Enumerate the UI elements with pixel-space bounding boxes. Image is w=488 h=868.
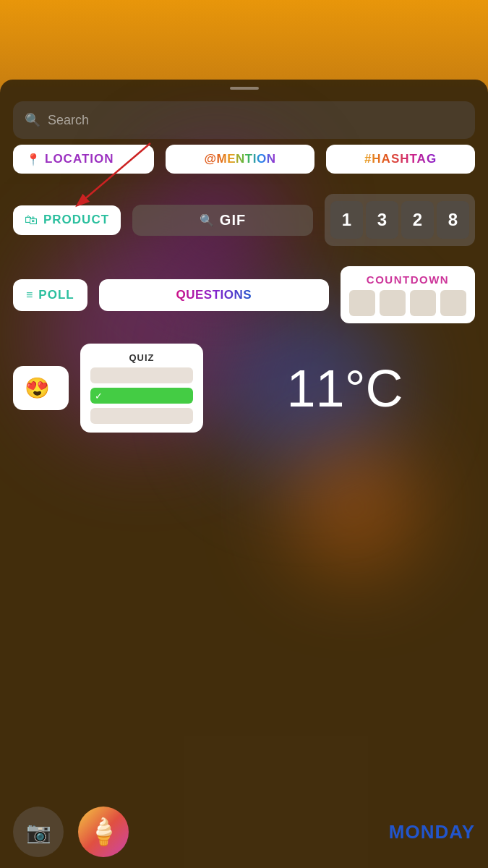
questions-label: QUESTIONS bbox=[176, 288, 252, 302]
quiz-option-correct: ✓ bbox=[90, 388, 193, 404]
quiz-option-3 bbox=[90, 408, 193, 424]
sticker-countdown[interactable]: COUNTDOWN bbox=[341, 266, 475, 323]
sticker-emoji-slider[interactable]: 😍 bbox=[13, 366, 69, 410]
location-pin-icon: 📍 bbox=[26, 153, 40, 166]
search-bar[interactable]: 🔍 Search bbox=[13, 101, 475, 139]
digit-1: 1 bbox=[330, 201, 363, 239]
digit-2: 3 bbox=[366, 201, 398, 239]
camera-icon: 📷 bbox=[26, 820, 51, 844]
quiz-label: QUIZ bbox=[90, 352, 193, 363]
sticker-mention[interactable]: @MENTION bbox=[166, 145, 314, 174]
sticker-hashtag[interactable]: #HASHTAG bbox=[326, 145, 475, 174]
bottom-icon-camera[interactable]: 📷 bbox=[13, 807, 64, 857]
sticker-row-3: ≡ POLL QUESTIONS COUNTDOWN bbox=[13, 266, 475, 323]
sticker-location[interactable]: 📍 LOCATION bbox=[13, 145, 154, 174]
sticker-product[interactable]: 🛍 PRODUCT bbox=[13, 205, 121, 235]
mention-label: @MENTION bbox=[205, 152, 276, 166]
avatar-icon: 🍦 bbox=[87, 817, 120, 847]
quiz-option-1 bbox=[90, 367, 193, 383]
location-label: LOCATION bbox=[45, 152, 114, 166]
sticker-gif[interactable]: 🔍 GIF bbox=[132, 205, 313, 236]
check-icon: ✓ bbox=[95, 391, 103, 401]
search-placeholder: Search bbox=[48, 113, 89, 128]
hashtag-label: #HASHTAG bbox=[364, 152, 437, 166]
sticker-time-display[interactable]: 1 3 2 8 bbox=[325, 194, 475, 246]
digit-3: 2 bbox=[401, 201, 434, 239]
sticker-row-4: 😍 QUIZ ✓ 11°C bbox=[13, 344, 475, 433]
heart-eyes-emoji: 😍 bbox=[25, 376, 50, 400]
poll-lines-icon: ≡ bbox=[26, 289, 33, 302]
monday-label: MONDAY bbox=[389, 821, 475, 843]
top-bar bbox=[0, 0, 488, 87]
gif-label: GIF bbox=[220, 212, 246, 229]
sticker-questions[interactable]: QUESTIONS bbox=[99, 279, 329, 311]
sticker-row-2: 🛍 PRODUCT 🔍 GIF 1 3 2 8 bbox=[13, 194, 475, 246]
product-label: PRODUCT bbox=[43, 213, 109, 227]
countdown-box-4 bbox=[440, 290, 466, 316]
product-bag-icon: 🛍 bbox=[25, 213, 38, 228]
search-icon: 🔍 bbox=[25, 112, 40, 128]
countdown-box-3 bbox=[410, 290, 436, 316]
drag-handle bbox=[230, 87, 259, 90]
sticker-temperature[interactable]: 11°C bbox=[215, 359, 475, 418]
poll-label: POLL bbox=[38, 288, 74, 302]
countdown-boxes bbox=[349, 290, 466, 316]
digit-4: 8 bbox=[437, 201, 469, 239]
countdown-box-2 bbox=[380, 290, 406, 316]
stickers-grid: 📍 LOCATION @MENTION #HASHTAG 🛍 PRODUCT 🔍… bbox=[0, 145, 488, 433]
bg-blob-4 bbox=[289, 441, 419, 571]
countdown-box-1 bbox=[349, 290, 375, 316]
bottom-icon-avatar[interactable]: 🍦 bbox=[78, 807, 129, 857]
gif-search-icon: 🔍 bbox=[200, 213, 214, 227]
bottom-sheet: 🔍 Search 📍 LOCATION @MENTION #HASHTAG 🛍 bbox=[0, 80, 488, 868]
countdown-label: COUNTDOWN bbox=[367, 273, 449, 286]
temperature-value: 11°C bbox=[287, 359, 403, 418]
sticker-row-1: 📍 LOCATION @MENTION #HASHTAG bbox=[13, 145, 475, 174]
sticker-quiz[interactable]: QUIZ ✓ bbox=[80, 344, 203, 433]
sticker-poll[interactable]: ≡ POLL bbox=[13, 279, 87, 311]
bottom-icons-row: 📷 🍦 MONDAY bbox=[0, 796, 488, 868]
